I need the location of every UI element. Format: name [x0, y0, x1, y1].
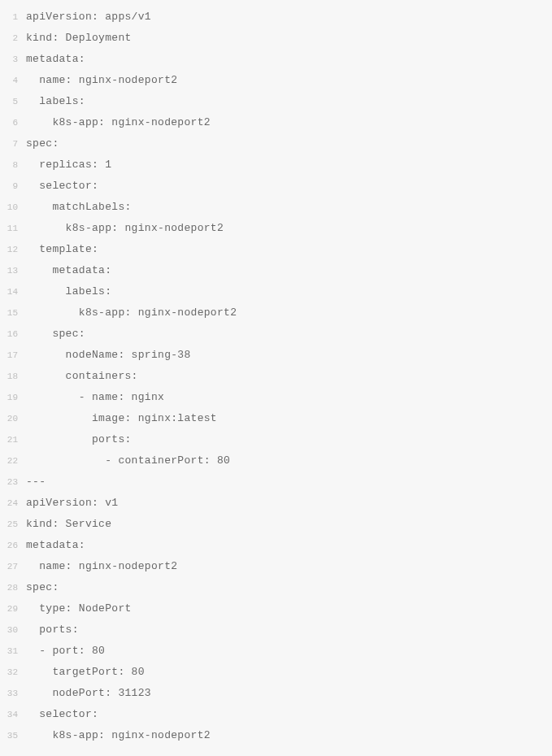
- line-content: - containerPort: 80: [26, 450, 230, 471]
- line-number: 4: [0, 70, 26, 91]
- line-number: 1: [0, 7, 26, 28]
- line-content: k8s-app: nginx-nodeport2: [26, 302, 237, 324]
- code-line: 31 - port: 80: [0, 641, 552, 662]
- code-line: 7spec:: [0, 133, 552, 154]
- line-number: 19: [0, 387, 26, 408]
- line-number: 5: [0, 91, 26, 112]
- line-content: - port: 80: [26, 641, 105, 662]
- line-content: metadata:: [26, 260, 111, 281]
- line-content: selector:: [26, 704, 98, 725]
- line-content: image: nginx:latest: [26, 408, 217, 429]
- code-line: 35 k8s-app: nginx-nodeport2: [0, 725, 552, 746]
- line-number: 21: [0, 429, 26, 450]
- line-content: spec:: [26, 133, 59, 154]
- line-number: 22: [0, 450, 26, 471]
- line-number: 11: [0, 218, 26, 239]
- line-content: ---: [26, 471, 46, 493]
- line-content: apiVersion: v1: [26, 493, 118, 514]
- code-line: 21 ports:: [0, 429, 552, 450]
- code-line: 27 name: nginx-nodeport2: [0, 556, 552, 577]
- line-content: labels:: [26, 91, 85, 112]
- line-content: apiVersion: apps/v1: [26, 7, 151, 28]
- line-content: k8s-app: nginx-nodeport2: [26, 218, 224, 239]
- line-content: k8s-app: nginx-nodeport2: [26, 112, 211, 133]
- code-line: 18 containers:: [0, 366, 552, 387]
- code-line: 8 replicas: 1: [0, 154, 552, 176]
- line-number: 3: [0, 49, 26, 70]
- line-content: selector:: [26, 176, 98, 197]
- line-number: 26: [0, 535, 26, 556]
- code-line: 2kind: Deployment: [0, 28, 552, 49]
- code-block: 1apiVersion: apps/v12kind: Deployment3me…: [0, 7, 552, 746]
- line-content: spec:: [26, 324, 85, 345]
- line-content: - name: nginx: [26, 387, 164, 408]
- code-line: 29 type: NodePort: [0, 598, 552, 619]
- line-number: 28: [0, 577, 26, 598]
- code-line: 11 k8s-app: nginx-nodeport2: [0, 218, 552, 239]
- line-number: 13: [0, 260, 26, 281]
- code-line: 4 name: nginx-nodeport2: [0, 70, 552, 91]
- line-content: type: NodePort: [26, 598, 132, 619]
- code-line: 26metadata:: [0, 535, 552, 556]
- line-content: ports:: [26, 429, 132, 450]
- line-content: template:: [26, 239, 98, 260]
- code-line: 13 metadata:: [0, 260, 552, 281]
- line-number: 27: [0, 556, 26, 577]
- line-content: replicas: 1: [26, 154, 111, 176]
- line-number: 30: [0, 619, 26, 641]
- line-number: 34: [0, 704, 26, 725]
- line-number: 6: [0, 112, 26, 133]
- code-line: 5 labels:: [0, 91, 552, 112]
- line-content: spec:: [26, 577, 59, 598]
- line-number: 24: [0, 493, 26, 514]
- code-line: 25kind: Service: [0, 514, 552, 535]
- line-number: 10: [0, 197, 26, 218]
- line-content: metadata:: [26, 535, 85, 556]
- line-content: kind: Service: [26, 514, 111, 535]
- line-number: 35: [0, 725, 26, 746]
- code-line: 34 selector:: [0, 704, 552, 725]
- line-number: 15: [0, 302, 26, 324]
- code-line: 10 matchLabels:: [0, 197, 552, 218]
- code-line: 30 ports:: [0, 619, 552, 641]
- line-number: 20: [0, 408, 26, 429]
- line-number: 16: [0, 324, 26, 345]
- line-number: 18: [0, 366, 26, 387]
- line-number: 2: [0, 28, 26, 49]
- line-number: 12: [0, 239, 26, 260]
- code-line: 24apiVersion: v1: [0, 493, 552, 514]
- line-content: ports:: [26, 619, 79, 641]
- line-number: 32: [0, 662, 26, 683]
- line-content: kind: Deployment: [26, 28, 132, 49]
- line-content: metadata:: [26, 49, 85, 70]
- line-number: 25: [0, 514, 26, 535]
- line-content: matchLabels:: [26, 197, 132, 218]
- code-line: 20 image: nginx:latest: [0, 408, 552, 429]
- code-line: 3metadata:: [0, 49, 552, 70]
- line-content: labels:: [26, 281, 111, 302]
- code-line: 17 nodeName: spring-38: [0, 345, 552, 366]
- code-line: 1apiVersion: apps/v1: [0, 7, 552, 28]
- line-content: name: nginx-nodeport2: [26, 556, 177, 577]
- code-line: 33 nodePort: 31123: [0, 683, 552, 704]
- code-line: 28spec:: [0, 577, 552, 598]
- code-line: 12 template:: [0, 239, 552, 260]
- code-line: 15 k8s-app: nginx-nodeport2: [0, 302, 552, 324]
- line-number: 31: [0, 641, 26, 662]
- line-content: targetPort: 80: [26, 662, 145, 683]
- line-number: 33: [0, 683, 26, 704]
- line-content: containers:: [26, 366, 138, 387]
- code-line: 22 - containerPort: 80: [0, 450, 552, 471]
- code-line: 9 selector:: [0, 176, 552, 197]
- code-line: 32 targetPort: 80: [0, 662, 552, 683]
- code-line: 23---: [0, 471, 552, 493]
- line-number: 17: [0, 345, 26, 366]
- code-line: 6 k8s-app: nginx-nodeport2: [0, 112, 552, 133]
- line-content: nodePort: 31123: [26, 683, 151, 704]
- line-content: k8s-app: nginx-nodeport2: [26, 725, 211, 746]
- line-number: 8: [0, 154, 26, 176]
- line-number: 29: [0, 598, 26, 619]
- line-number: 7: [0, 133, 26, 154]
- code-line: 14 labels:: [0, 281, 552, 302]
- code-line: 19 - name: nginx: [0, 387, 552, 408]
